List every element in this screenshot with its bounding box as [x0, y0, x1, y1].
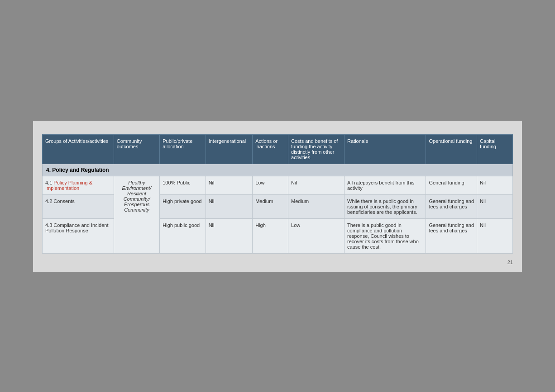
section-header-label: 4. Policy and Regulation: [43, 164, 513, 176]
row-4-1-prefix: 4.1: [45, 180, 53, 185]
row-4-1-rationale: All ratepayers benefit from this activit…: [344, 176, 426, 194]
funding-table: Groups of Activities/activities Communit…: [42, 134, 513, 254]
header-operational: Operational funding: [426, 134, 477, 164]
row-4-3-main: Compliance and Incident Pollution Respon…: [45, 222, 108, 233]
page-number: 21: [507, 260, 513, 265]
row-4-3-group: 4.3 Compliance and Incident Pollution Re…: [43, 218, 114, 253]
header-intergenerational: Intergenerational: [206, 134, 253, 164]
row-4-2-group: 4.2 Consents: [43, 194, 114, 218]
header-public: Public/private allocation: [160, 134, 206, 164]
row-4-2-public: High private good: [160, 194, 206, 218]
row-4-2-costs: Medium: [288, 194, 344, 218]
row-4-1-group: 4.1 Policy Planning & Implementation: [43, 176, 114, 194]
header-actions: Actions or inactions: [253, 134, 288, 164]
row-4-2-rationale: While there is a public good in issuing …: [344, 194, 426, 218]
table-row: 4.3 Compliance and Incident Pollution Re…: [43, 218, 513, 253]
header-rationale: Rationale: [344, 134, 426, 164]
row-4-1-costs: Nil: [288, 176, 344, 194]
row-4-3-rationale: There is a public good in compliance and…: [344, 218, 426, 253]
row-4-3-inter: Nil: [206, 218, 253, 253]
table-row: 4.2 Consents High private good Nil Mediu…: [43, 194, 513, 218]
row-4-1-capital: Nil: [477, 176, 513, 194]
row-4-2-prefix: 4.2: [45, 198, 53, 204]
row-4-3-actions: High: [253, 218, 288, 253]
row-4-3-costs: Low: [288, 218, 344, 253]
row-4-3-operational: General funding and fees and charges: [426, 218, 477, 253]
header-capital: Capital funding: [477, 134, 513, 164]
section-header-row: 4. Policy and Regulation: [43, 164, 513, 176]
table-header-row: Groups of Activities/activities Communit…: [43, 134, 513, 164]
row-4-2-actions: Medium: [253, 194, 288, 218]
header-costs: Costs and benefits of funding the activi…: [288, 134, 344, 164]
row-4-2-inter: Nil: [206, 194, 253, 218]
row-4-3-prefix: 4.3: [45, 222, 53, 228]
header-groups: Groups of Activities/activities: [43, 134, 114, 164]
row-4-1-inter: Nil: [206, 176, 253, 194]
table-row: 4.1 Policy Planning & Implementation Hea…: [43, 176, 513, 194]
row-4-1-actions: Low: [253, 176, 288, 194]
row-4-3-public: High public good: [160, 218, 206, 253]
row-4-3-capital: Nil: [477, 218, 513, 253]
row-4-1-public: 100% Public: [160, 176, 206, 194]
row-4-1-operational: General funding: [426, 176, 477, 194]
header-community: Community outcomes: [114, 134, 159, 164]
community-outcomes-cell: Healthy Environment/ Resilient Community…: [114, 176, 159, 253]
row-4-2-operational: General funding and fees and charges: [426, 194, 477, 218]
row-4-2-main: Consents: [53, 198, 74, 204]
row-4-2-capital: Nil: [477, 194, 513, 218]
page-container: Groups of Activities/activities Communit…: [33, 121, 522, 272]
